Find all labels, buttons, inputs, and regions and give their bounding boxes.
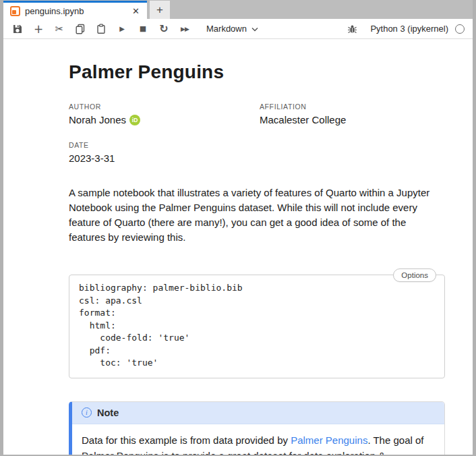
document-metadata: AUTHOR Norah Jones iD AFFILIATION Macale… (69, 103, 445, 164)
note-callout: i Note Data for this example is from dat… (69, 401, 445, 455)
yaml-code: bibliography: palmer-biblio.bib csl: apa… (79, 282, 435, 370)
notebook-toolbar: + ✂ ▶ ■ ↻ ▶▶ Markdown (3, 19, 473, 39)
bug-icon (347, 24, 357, 34)
save-button[interactable] (10, 22, 25, 36)
kernel-selector[interactable]: Python 3 (ipykernel) (370, 24, 448, 34)
notebook-icon (10, 6, 20, 16)
affiliation-value: Macalester College (260, 114, 346, 125)
cut-icon: ✂ (55, 23, 64, 35)
save-icon (12, 24, 23, 34)
notebook-content: Palmer Penguins AUTHOR Norah Jones iD AF… (3, 39, 473, 455)
paste-icon (96, 24, 107, 34)
affiliation-block: AFFILIATION Macalester College (260, 103, 445, 125)
orcid-icon[interactable]: iD (129, 115, 140, 125)
kernel-status-indicator (455, 24, 465, 34)
add-cell-icon: + (34, 22, 43, 36)
restart-kernel-button[interactable]: ↻ (156, 22, 171, 36)
info-icon: i (82, 407, 92, 418)
tab-bar: penguins.ipynb ✕ + (3, 0, 473, 19)
cell-type-label: Markdown (206, 24, 247, 34)
tab-title: penguins.ipynb (25, 6, 130, 16)
jupyterlab-window: penguins.ipynb ✕ + + ✂ (0, 0, 476, 456)
note-callout-body: Data for this example is from data provi… (72, 424, 444, 455)
close-tab-icon[interactable]: ✕ (130, 6, 142, 16)
new-tab-button[interactable]: + (150, 1, 170, 19)
stop-icon: ■ (140, 24, 146, 33)
page-title: Palmer Penguins (69, 61, 445, 83)
palmer-penguins-link[interactable]: Palmer Penguins (291, 434, 367, 446)
chevron-down-icon (251, 24, 258, 34)
rendered-document: Palmer Penguins AUTHOR Norah Jones iD AF… (3, 39, 473, 455)
copy-cell-button[interactable] (73, 22, 88, 36)
restart-icon: ↻ (159, 24, 168, 34)
affiliation-label: AFFILIATION (260, 103, 445, 111)
cut-cell-button[interactable]: ✂ (52, 22, 67, 36)
intro-paragraph: A sample notebook that illustrates a var… (69, 186, 445, 245)
date-block: DATE 2023-3-31 (69, 141, 260, 164)
debugger-button[interactable] (345, 22, 359, 36)
date-label: DATE (69, 141, 260, 149)
fast-forward-icon: ▶▶ (181, 26, 189, 32)
cell-type-dropdown[interactable]: Markdown (206, 24, 258, 34)
yaml-options-cell: Options bibliography: palmer-biblio.bib … (69, 275, 445, 378)
date-value: 2023-3-31 (69, 152, 115, 164)
author-label: AUTHOR (69, 103, 260, 111)
interrupt-kernel-button[interactable]: ■ (136, 22, 150, 36)
options-button[interactable]: Options (393, 268, 436, 282)
run-cell-button[interactable]: ▶ (115, 22, 129, 36)
author-name: Norah Jones (69, 114, 126, 125)
tab-penguins-ipynb[interactable]: penguins.ipynb ✕ (3, 1, 147, 19)
add-cell-button[interactable]: + (31, 22, 46, 36)
paste-cell-button[interactable] (94, 22, 109, 36)
restart-run-all-button[interactable]: ▶▶ (177, 22, 192, 36)
author-block: AUTHOR Norah Jones iD (69, 103, 260, 125)
note-callout-title: Note (97, 407, 119, 418)
copy-icon (75, 24, 86, 34)
run-icon: ▶ (119, 25, 125, 32)
note-text-before-link: Data for this example is from data provi… (82, 434, 291, 446)
note-callout-header: i Note (72, 402, 444, 424)
